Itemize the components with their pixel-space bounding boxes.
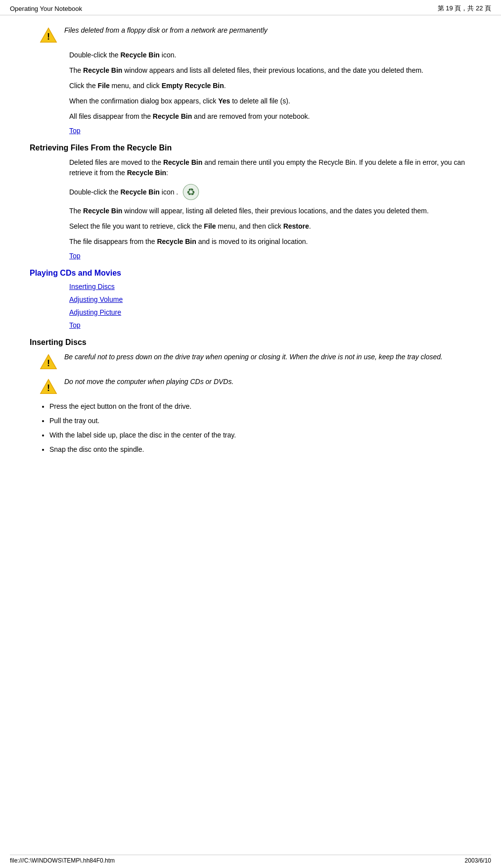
bullet-item-2: Pull the tray out. [49,416,471,426]
retrieve-para-1: Deleted files are moved to the Recycle B… [69,157,471,178]
footer-date: 2003/6/10 [465,857,491,864]
top-link-3[interactable]: Top [69,321,471,329]
link-adjusting-picture[interactable]: Adjusting Picture [69,308,471,316]
page-header: Operating Your Notebook 第 19 頁，共 22 頁 [0,0,501,15]
restore-bold: Restore [283,222,309,230]
section-content-2: Deleted files are moved to the Recycle B… [69,157,471,260]
bullet-item-4: Snap the disc onto the spindle. [49,444,471,455]
recycle-bin-bold-6: Recycle Bin [121,188,160,196]
svg-text:♻: ♻ [186,187,195,197]
bullet-list: Press the eject button on the front of t… [49,401,471,455]
retrieve-para-5: The file disappears from the Recycle Bin… [69,237,471,247]
warning-text-1: Files deleted from a floppy disk or from… [64,25,268,36]
warning-text-3: Do not move the computer when playing CD… [64,377,233,387]
para-disappear: All files disappear from the Recycle Bin… [69,111,471,122]
section-content-3: Inserting Discs Adjusting Volume Adjusti… [69,283,471,329]
recycle-bin-bold-3: Recycle Bin [153,112,192,120]
recycle-bin-icon-inline: ♻ [182,183,200,201]
warning-icon-1: ! [40,26,57,44]
recycle-bin-bold-8: Recycle Bin [157,238,196,245]
recycle-bin-bold-4: Recycle Bin [163,158,202,166]
recycle-bin-bold-1: Recycle Bin [121,51,160,59]
section-heading-cds: Playing CDs and Movies [30,269,471,278]
svg-text:!: ! [47,358,50,368]
footer-path: file:///C:\WINDOWS\TEMP\.hh84F0.htm [10,857,115,864]
retrieve-para-2: Double-click the Recycle Bin icon . ♻ [69,183,471,201]
retrieve-para-4: Select the file you want to retrieve, cl… [69,221,471,232]
top-link-2[interactable]: Top [69,252,471,260]
page-footer: file:///C:\WINDOWS\TEMP\.hh84F0.htm 2003… [10,855,491,864]
retrieve-para-3: The Recycle Bin window will appear, list… [69,206,471,216]
recycle-bin-bold-7: Recycle Bin [83,207,122,215]
top-link-1[interactable]: Top [69,127,471,135]
bullet-item-1: Press the eject button on the front of t… [49,401,471,412]
svg-text:!: ! [47,383,50,393]
main-content: ! Files deleted from a floppy disk or fr… [0,15,501,470]
recycle-bin-bold-2: Recycle Bin [83,66,122,74]
warning-icon-2: ! [40,353,57,371]
para-double-click: Double-click the Recycle Bin icon. [69,50,471,60]
para-click-file: Click the File menu, and click Empty Rec… [69,81,471,91]
file-bold-2: File [204,222,216,230]
section-heading-retrieve: Retrieving Files From the Recycle Bin [30,144,471,152]
para-window-appears: The Recycle Bin window appears and lists… [69,65,471,76]
bullet-item-3: With the label side up, place the disc i… [49,430,471,440]
empty-recycle-bold: Empty Recycle Bin [162,82,224,90]
warning-text-2: Be careful not to press down on the driv… [64,352,443,362]
section-heading-inserting: Inserting Discs [30,338,471,347]
file-bold-1: File [98,82,110,90]
link-inserting-discs[interactable]: Inserting Discs [69,283,471,290]
header-page: 第 19 頁，共 22 頁 [438,4,491,13]
yes-bold: Yes [218,97,230,105]
link-adjusting-volume[interactable]: Adjusting Volume [69,295,471,303]
header-title: Operating Your Notebook [10,5,82,12]
svg-text:!: ! [47,32,50,42]
warning-block-2: ! Be careful not to press down on the dr… [40,352,471,371]
warning-block-1: ! Files deleted from a floppy disk or fr… [40,25,471,44]
warning-icon-3: ! [40,378,57,395]
recycle-bin-bold-5: Recycle Bin [127,169,166,177]
section-content-1: Double-click the Recycle Bin icon. The R… [69,50,471,135]
para-confirmation: When the confirmation dialog box appears… [69,96,471,106]
warning-block-3: ! Do not move the computer when playing … [40,377,471,395]
